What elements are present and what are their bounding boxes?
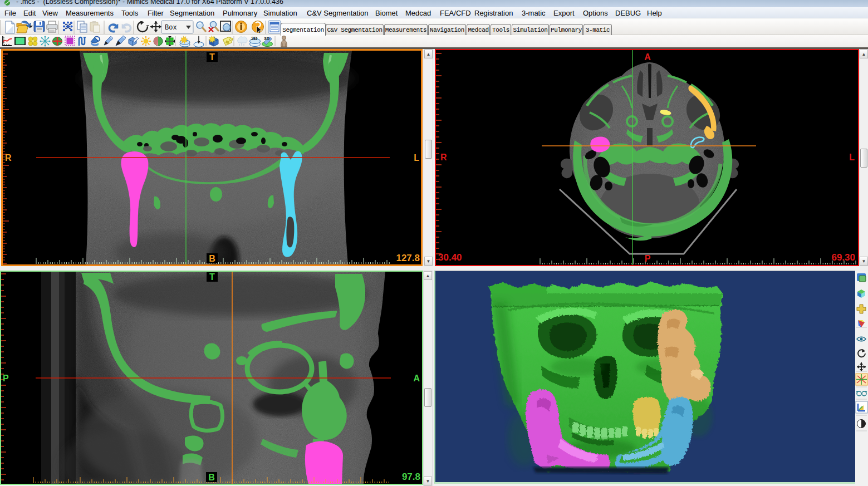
- svg-text:R: R: [5, 153, 12, 163]
- svg-text:T: T: [209, 52, 215, 62]
- svg-text:127.8: 127.8: [396, 253, 420, 263]
- svg-text:69.30: 69.30: [831, 252, 855, 263]
- svg-text:A: A: [413, 374, 420, 383]
- svg-text:P: P: [645, 254, 651, 263]
- svg-text:97.8: 97.8: [402, 472, 420, 482]
- svg-text:30.40: 30.40: [438, 252, 462, 263]
- svg-text:3D: 3D: [264, 36, 269, 41]
- svg-text:3D: 3D: [251, 36, 258, 41]
- svg-text:B: B: [208, 473, 215, 482]
- svg-text:A: A: [644, 52, 651, 62]
- svg-text:T: T: [209, 272, 215, 282]
- svg-text:L: L: [849, 153, 855, 162]
- svg-text:R: R: [440, 153, 447, 162]
- svg-text:L: L: [414, 153, 419, 163]
- svg-text:B: B: [209, 254, 215, 263]
- svg-text:P: P: [3, 374, 9, 383]
